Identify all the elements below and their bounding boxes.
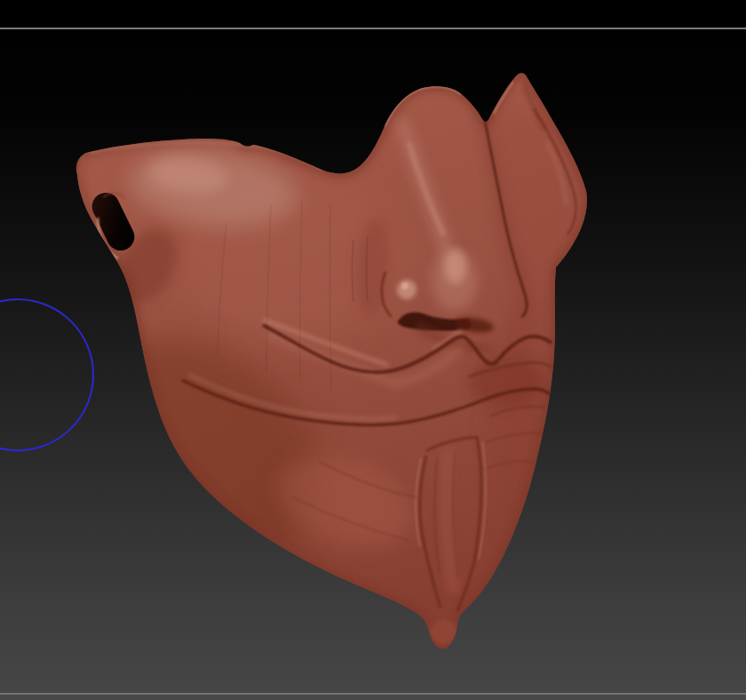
canvas-3d-viewport[interactable] <box>0 0 746 700</box>
app-window <box>0 0 746 700</box>
viewport-render[interactable] <box>0 0 746 700</box>
window-divider-top <box>0 28 746 29</box>
bottom-gray-strip <box>0 695 746 700</box>
top-black-strip <box>0 0 746 28</box>
